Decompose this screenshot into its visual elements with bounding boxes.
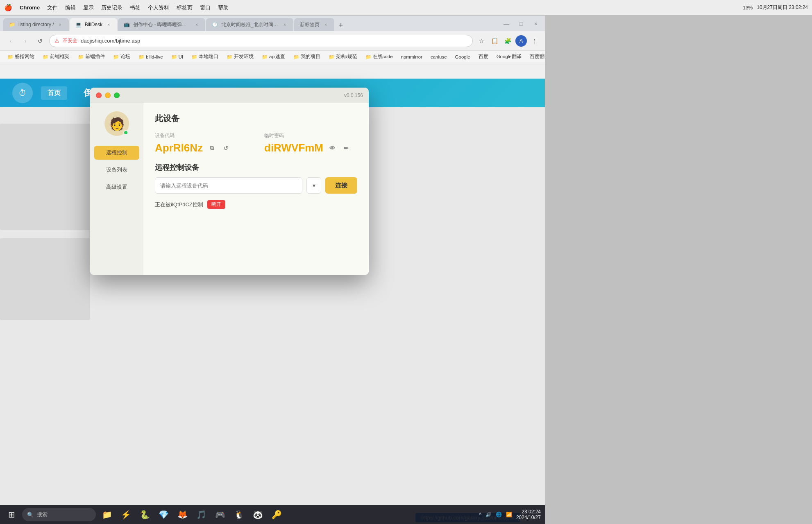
bookmark-myproject[interactable]: 📁 我的项目 [290, 53, 324, 61]
close-traffic-light[interactable] [96, 93, 102, 98]
taskbar-app-panda[interactable]: 🐼 [250, 507, 265, 522]
bookmark-frontend-framework[interactable]: 📁 前端框架 [39, 53, 73, 61]
extension-puzzle-icon[interactable]: 🧩 [502, 36, 513, 46]
remote-device-code-input[interactable] [155, 177, 302, 194]
bookmarks-bar: 📁 畅指网站 📁 前端框架 📁 前端插件 📁 论坛 📁 billd-live 📁… [0, 51, 545, 63]
forward-button[interactable]: › [20, 35, 31, 47]
bookmark-ui[interactable]: 📁 UI [168, 53, 187, 61]
profile-avatar-icon[interactable]: A [515, 35, 527, 47]
sidebar-item-remote-control[interactable]: 远程控制 [94, 146, 139, 160]
tab5-label: 新标签页 [300, 21, 320, 28]
menu-profile[interactable]: 个人资料 [148, 4, 169, 11]
taskbar-app-python[interactable]: 🐍 [137, 507, 152, 522]
tab-beijing-time[interactable]: 🕐 北京时间校准_北京时间在线校… × [206, 18, 293, 31]
bookmark-npm[interactable]: npmmirror [398, 54, 426, 60]
start-button[interactable]: ⊞ [4, 507, 19, 522]
bookmark-architecture[interactable]: 📁 架构/规范 [325, 53, 360, 61]
bookmark-baidu[interactable]: 百度 [475, 53, 492, 61]
device-info-row: 设备代码 AprRl6Nz ⧉ ↺ 临时密码 diRWVFmM [155, 132, 357, 154]
bookmark-forum[interactable]: 📁 论坛 [110, 53, 134, 61]
tray-overflow[interactable]: ^ [479, 512, 481, 517]
tab-bilibili[interactable]: 📺 创作中心 - 哔哩哔哩弹幕视频网… × [118, 18, 205, 31]
tray-network-icon[interactable]: 🌐 [496, 512, 502, 517]
taskbar-app-penguin[interactable]: 🐧 [231, 507, 247, 522]
reload-button[interactable]: ↺ [34, 35, 46, 47]
url-text: daojishiqi.com/bjtime.asp [81, 38, 140, 44]
bookmark-translate[interactable]: Google翻译 [493, 53, 525, 61]
tab3-close[interactable]: × [194, 22, 200, 27]
sidebar-item-device-list[interactable]: 设备列表 [94, 163, 139, 177]
dropdown-button[interactable]: ▾ [306, 177, 321, 194]
avatar-emoji: 🧑 [109, 117, 125, 131]
taskbar-app-game[interactable]: 🎮 [212, 507, 228, 522]
sidebar-item-advanced-settings[interactable]: 高级设置 [94, 180, 139, 194]
bookmark-billd-live[interactable]: 📁 billd-live [135, 53, 166, 61]
bookmark-baidu-translate[interactable]: 百度翻译 [526, 53, 545, 61]
maximize-traffic-light[interactable] [114, 93, 120, 98]
connect-button[interactable]: 连接 [325, 177, 357, 194]
tab-new-tab[interactable]: 新标签页 × [294, 18, 334, 31]
online-indicator [123, 130, 128, 135]
close-button[interactable]: × [530, 18, 542, 29]
edit-password-button[interactable]: ✏ [341, 143, 351, 153]
taskbar-app-vscode[interactable]: ⚡ [118, 507, 134, 522]
taskbar-app-key[interactable]: 🔑 [269, 507, 284, 522]
menu-file[interactable]: 文件 [47, 4, 58, 11]
tab4-favicon: 🕐 [212, 22, 218, 27]
tray-wifi-icon[interactable]: 📶 [506, 512, 512, 517]
apple-menu[interactable]: 🍎 [4, 4, 12, 11]
bookmark-caniuse[interactable]: caniuse [427, 54, 450, 60]
menu-bookmarks[interactable]: 书签 [130, 4, 141, 11]
minimize-button[interactable]: — [501, 18, 512, 29]
tray-volume-icon[interactable]: 🔊 [485, 512, 492, 517]
copy-device-code-button[interactable]: ⧉ [207, 143, 217, 153]
app-titlebar: v0.0.156 [90, 88, 369, 103]
menu-tabs[interactable]: 标签页 [177, 4, 193, 11]
search-icon: 🔍 [27, 512, 34, 518]
back-button[interactable]: ‹ [5, 35, 16, 47]
bookmark-google[interactable]: Google [452, 54, 474, 60]
menu-edit[interactable]: 编辑 [65, 4, 76, 11]
taskbar-app-gem[interactable]: 💎 [156, 507, 171, 522]
taskbar-search[interactable]: 🔍 搜索 [22, 508, 96, 521]
maximize-button[interactable]: □ [515, 18, 527, 29]
bookmark-zhangzhi[interactable]: 📁 畅指网站 [4, 53, 38, 61]
page-content: ⏱ 首页 倒计时器 北京时间校准_北京时间在线校准显示毫秒 v0.0.156 [0, 63, 545, 524]
refresh-device-code-button[interactable]: ↺ [221, 143, 231, 153]
website-logo: ⏱ [12, 83, 33, 103]
taskbar-app-music[interactable]: 🎵 [193, 507, 209, 522]
bookmark-localhost[interactable]: 📁 本地端口 [188, 53, 222, 61]
taskbar-app-files[interactable]: 📁 [99, 507, 115, 522]
more-options-icon[interactable]: ⋮ [529, 36, 540, 46]
bookmark-star-icon[interactable]: ☆ [476, 36, 487, 46]
device-code-label: 设备代码 [155, 132, 248, 139]
menu-help[interactable]: 帮助 [218, 4, 229, 11]
app-sidebar: 🧑 远程控制 设备列表 高级设置 [90, 103, 143, 275]
minimize-traffic-light[interactable] [105, 93, 111, 98]
temp-password-display: diRWVFmM 👁 ✏ [264, 142, 357, 154]
new-tab-button[interactable]: + [335, 20, 347, 31]
tab-listing-directory[interactable]: 📁 listing directory / × [3, 18, 69, 31]
show-password-button[interactable]: 👁 [327, 143, 337, 153]
tab5-close[interactable]: × [323, 22, 329, 27]
menu-window[interactable]: 窗口 [200, 4, 211, 11]
tab1-close[interactable]: × [57, 22, 63, 27]
menu-view[interactable]: 显示 [83, 4, 94, 11]
bookmark-frontend-plugins[interactable]: 📁 前端插件 [75, 53, 108, 61]
tab-billdesk[interactable]: 💻 BillDesk × [70, 18, 117, 31]
app-name[interactable]: Chrome [20, 5, 40, 11]
menu-history[interactable]: 历史记录 [101, 4, 122, 11]
taskbar-app-firefox[interactable]: 🦊 [175, 507, 190, 522]
bookmark-icon: 📁 [78, 54, 84, 60]
bookmark-api[interactable]: 📁 api速查 [259, 53, 288, 61]
tab2-close[interactable]: × [106, 22, 111, 27]
tab-bar: 📁 listing directory / × 💻 BillDesk × 📺 创… [0, 16, 545, 31]
history-icon[interactable]: 📋 [489, 36, 500, 46]
bookmark-icon: 📁 [191, 54, 197, 60]
disconnect-button[interactable]: 断开 [207, 200, 225, 209]
tab4-close[interactable]: × [282, 22, 288, 27]
bookmark-dev-env[interactable]: 📁 开发环境 [223, 53, 257, 61]
website-home-nav[interactable]: 首页 [41, 86, 67, 100]
address-bar[interactable]: ⚠ 不安全 daojishiqi.com/bjtime.asp [49, 35, 473, 47]
bookmark-online-code[interactable]: 📁 在线code [362, 53, 396, 61]
